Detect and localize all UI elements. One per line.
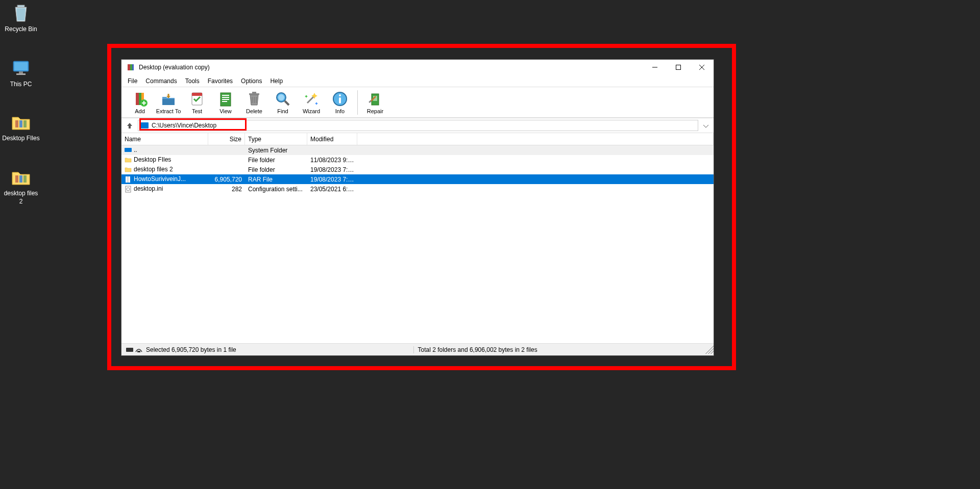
resize-grip[interactable]: [705, 346, 714, 354]
file-modified: 19/08/2023 7:0...: [307, 166, 357, 173]
menu-commands[interactable]: Commands: [141, 76, 181, 86]
this-pc-icon: [10, 57, 32, 79]
file-size: 282: [208, 186, 245, 193]
desktop-icon-label: Desktop FIles: [2, 135, 39, 143]
file-row[interactable]: ..System Folder: [121, 145, 714, 155]
column-header-blank[interactable]: [357, 133, 714, 145]
svg-line-36: [285, 101, 289, 105]
file-type: File folder: [245, 157, 307, 164]
svg-rect-4: [16, 73, 26, 75]
toolbar-info-button[interactable]: Info: [327, 88, 353, 117]
test-icon: [189, 91, 205, 107]
add-icon: [132, 91, 148, 107]
toolbar-separator: [357, 90, 358, 115]
status-icons: [126, 346, 143, 354]
ini-icon: [125, 186, 132, 193]
file-name: ..: [134, 146, 137, 153]
toolbar-extract-button[interactable]: Extract To: [155, 88, 182, 117]
svg-rect-46: [127, 176, 129, 183]
svg-rect-11: [128, 64, 130, 70]
status-right-text: Total 2 folders and 6,906,002 bytes in 2…: [418, 346, 537, 353]
svg-rect-29: [249, 93, 259, 95]
file-name: Desktop FIles: [134, 156, 171, 163]
file-type: RAR File: [245, 176, 307, 183]
toolbar-label: Find: [277, 108, 288, 114]
desktop-icon-this-pc[interactable]: This PC: [2, 57, 40, 89]
file-modified: 19/08/2023 7:1...: [307, 176, 357, 183]
column-header-type[interactable]: Type: [245, 133, 307, 145]
path-text: C:\Users\Vince\Desktop: [152, 122, 216, 129]
close-button[interactable]: [690, 60, 714, 75]
minimize-icon: [652, 65, 657, 70]
file-type: File folder: [245, 166, 307, 173]
svg-rect-50: [126, 348, 133, 352]
svg-rect-5: [15, 120, 18, 127]
svg-rect-8: [15, 175, 18, 183]
menu-help[interactable]: Help: [266, 76, 287, 86]
toolbar-test-button[interactable]: Test: [184, 88, 210, 117]
file-size: 6,905,720: [208, 176, 245, 183]
view-icon: [217, 91, 234, 107]
chevron-down-icon: [703, 125, 708, 128]
path-dropdown-button[interactable]: [700, 121, 712, 130]
menu-favorites[interactable]: Favorites: [204, 76, 237, 86]
up-button[interactable]: [124, 119, 136, 132]
file-list[interactable]: ..System FolderDesktop FIlesFile folder1…: [121, 145, 714, 343]
menu-options[interactable]: Options: [237, 76, 266, 86]
wizard-icon: [303, 91, 320, 107]
file-type: Configuration setti...: [245, 186, 307, 193]
toolbar-label: Extract To: [156, 108, 181, 114]
file-row[interactable]: Desktop FIlesFile folder11/08/2023 9:5..…: [121, 155, 714, 165]
maximize-icon: [676, 65, 681, 70]
file-modified: 23/05/2021 6:1...: [307, 186, 357, 193]
svg-rect-9: [19, 175, 22, 183]
address-bar: C:\Users\Vince\Desktop: [121, 118, 714, 133]
column-header-modified[interactable]: Modified: [307, 133, 357, 145]
folder-icon: [10, 166, 32, 188]
menubar: File Commands Tools Favorites Options He…: [121, 75, 714, 87]
path-input[interactable]: C:\Users\Vince\Desktop: [138, 120, 698, 131]
toolbar-view-button[interactable]: View: [212, 88, 239, 117]
svg-rect-10: [23, 175, 27, 183]
file-name: HowtoSuriviveinJ...: [134, 175, 186, 183]
svg-point-39: [339, 94, 341, 96]
file-row[interactable]: desktop files 2File folder19/08/2023 7:0…: [121, 165, 714, 174]
toolbar-delete-button[interactable]: Delete: [241, 88, 267, 117]
svg-rect-18: [136, 93, 139, 105]
extract-icon: [160, 91, 177, 107]
toolbar-label: Info: [335, 108, 345, 114]
file-row[interactable]: HowtoSuriviveinJ...6,905,720RAR File19/0…: [121, 174, 714, 184]
toolbar-repair-button[interactable]: Repair: [362, 88, 388, 117]
minimize-button[interactable]: [643, 60, 667, 75]
svg-rect-40: [339, 97, 341, 104]
desktop-icon-desktop-files-2[interactable]: desktop files 2: [2, 166, 40, 205]
file-modified: 11/08/2023 9:5...: [307, 157, 357, 164]
toolbar-add-button[interactable]: Add: [127, 88, 153, 117]
folder-icon: [10, 111, 32, 133]
svg-rect-27: [222, 99, 229, 100]
toolbar: Add Extract To Test View Delete Find Wiz…: [121, 87, 714, 118]
menu-file[interactable]: File: [124, 76, 141, 86]
svg-rect-12: [130, 64, 132, 70]
delete-icon: [246, 91, 262, 107]
menu-tools[interactable]: Tools: [181, 76, 204, 86]
svg-rect-2: [14, 62, 28, 70]
desktop-icon-desktop-files[interactable]: Desktop FIles: [2, 111, 40, 143]
toolbar-wizard-button[interactable]: Wizard: [298, 88, 325, 117]
toolbar-label: Delete: [246, 108, 262, 114]
svg-rect-44: [125, 148, 132, 152]
statusbar: Selected 6,905,720 bytes in 1 file Total…: [121, 343, 714, 355]
desktop-icon-recycle-bin[interactable]: Recycle Bin: [2, 2, 40, 34]
svg-rect-30: [252, 92, 256, 93]
svg-rect-47: [129, 176, 130, 183]
titlebar[interactable]: Desktop (evaluation copy): [121, 60, 714, 75]
column-header-name[interactable]: Name: [121, 133, 208, 145]
svg-rect-6: [19, 120, 22, 127]
file-row[interactable]: desktop.ini282Configuration setti...23/0…: [121, 184, 714, 194]
column-header-size[interactable]: Size: [208, 133, 245, 145]
toolbar-find-button[interactable]: Find: [270, 88, 296, 117]
maximize-button[interactable]: [667, 60, 690, 75]
svg-rect-0: [17, 5, 24, 7]
column-headers: Name Size Type Modified: [121, 133, 714, 145]
window-title: Desktop (evaluation copy): [139, 64, 643, 71]
